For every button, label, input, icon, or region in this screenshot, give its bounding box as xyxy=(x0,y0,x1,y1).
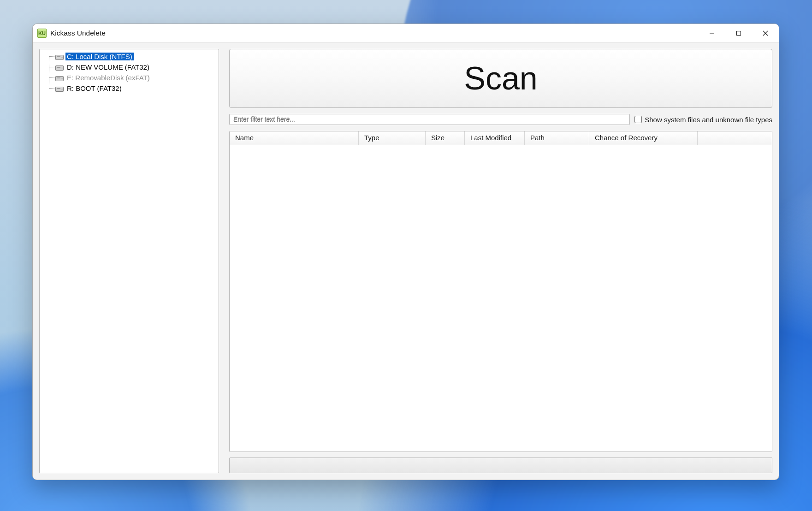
column-header[interactable]: Path xyxy=(525,131,589,145)
scan-button[interactable]: Scan xyxy=(229,49,772,108)
svg-point-9 xyxy=(62,67,63,68)
app-icon: KU xyxy=(37,29,47,38)
drive-label: E: RemovableDisk (exFAT) xyxy=(65,74,151,82)
maximize-icon xyxy=(736,30,741,36)
svg-point-12 xyxy=(62,78,63,79)
results-body[interactable] xyxy=(230,145,772,452)
show-system-files-checkbox[interactable]: Show system files and unknown file types xyxy=(634,116,772,124)
drive-tree-item[interactable]: R: BOOT (FAT32) xyxy=(49,83,216,94)
svg-point-15 xyxy=(62,89,63,89)
window-title: Kickass Undelete xyxy=(50,29,106,37)
column-header[interactable]: Type xyxy=(359,131,426,145)
svg-rect-11 xyxy=(57,77,60,78)
column-headers: NameTypeSizeLast ModifiedPathChance of R… xyxy=(230,131,772,145)
scan-button-label: Scan xyxy=(464,60,538,97)
filter-input[interactable] xyxy=(230,114,629,125)
drive-tree-item[interactable]: D: NEW VOLUME (FAT32) xyxy=(49,62,216,72)
app-window: KU Kickass Undelete C: Local Disk (NTFS)… xyxy=(32,24,779,480)
drive-label: C: Local Disk (NTFS) xyxy=(65,53,134,60)
column-header[interactable]: Name xyxy=(230,131,359,145)
minimize-icon xyxy=(709,30,715,36)
results-list: NameTypeSizeLast ModifiedPathChance of R… xyxy=(229,131,772,452)
close-button[interactable] xyxy=(752,24,779,42)
drive-label: D: NEW VOLUME (FAT32) xyxy=(65,63,151,71)
titlebar[interactable]: KU Kickass Undelete xyxy=(33,24,779,42)
checkbox-icon xyxy=(634,116,642,123)
svg-rect-14 xyxy=(57,88,60,89)
column-header-spacer xyxy=(698,131,772,145)
svg-rect-5 xyxy=(57,56,60,57)
svg-rect-1 xyxy=(737,31,741,35)
svg-point-6 xyxy=(62,57,63,58)
drive-tree-panel: C: Local Disk (NTFS)D: NEW VOLUME (FAT32… xyxy=(39,49,219,473)
show-system-files-label: Show system files and unknown file types xyxy=(645,116,772,124)
status-bar xyxy=(229,458,772,473)
drive-label: R: BOOT (FAT32) xyxy=(65,84,123,92)
column-header[interactable]: Size xyxy=(426,131,465,145)
close-icon xyxy=(763,30,768,36)
filter-input-wrapper: Enter filter text here... xyxy=(229,114,630,125)
maximize-button[interactable] xyxy=(725,24,752,42)
svg-rect-8 xyxy=(57,67,60,68)
drive-tree-item[interactable]: E: RemovableDisk (exFAT) xyxy=(49,72,216,83)
drive-tree-item[interactable]: C: Local Disk (NTFS) xyxy=(49,51,216,62)
column-header[interactable]: Last Modified xyxy=(465,131,525,145)
column-header[interactable]: Chance of Recovery xyxy=(589,131,698,145)
minimize-button[interactable] xyxy=(699,24,725,42)
